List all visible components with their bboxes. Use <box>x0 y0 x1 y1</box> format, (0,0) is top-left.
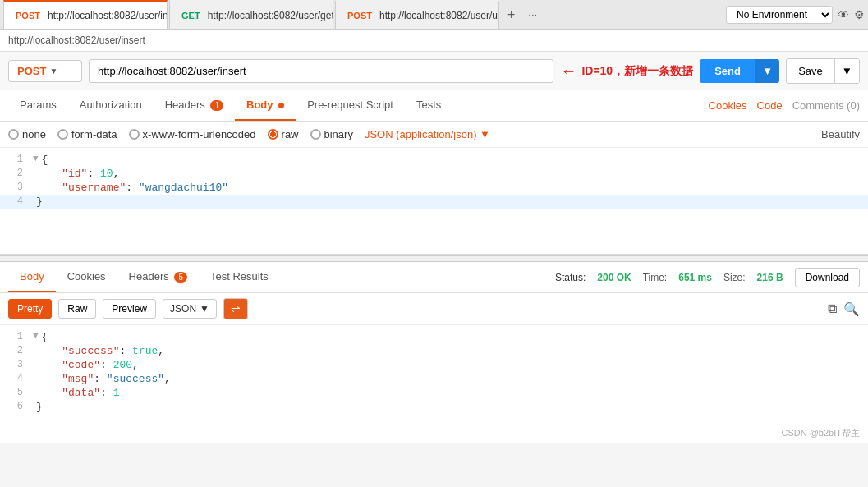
req-content-3: "username": "wangdachui10" <box>36 181 228 194</box>
resp-line-3: 3 "code": 200, <box>0 358 868 372</box>
resp-line-6: 6 } <box>0 400 868 414</box>
json-type-select[interactable]: JSON (application/json) ▼ <box>365 128 490 140</box>
tab-headers[interactable]: Headers 1 <box>154 90 235 121</box>
option-none[interactable]: none <box>8 128 46 140</box>
pretty-button[interactable]: Pretty <box>8 299 52 319</box>
resp-tab-testresults[interactable]: Test Results <box>199 262 280 292</box>
url-input[interactable] <box>89 59 553 83</box>
method-label: POST <box>17 65 46 77</box>
req-linenum-4: 4 <box>0 195 33 207</box>
method-select[interactable]: POST ▼ <box>8 60 82 82</box>
response-toolbar: Pretty Raw Preview JSON ▼ ⇌ ⧉ 🔍 <box>0 293 868 325</box>
option-binary[interactable]: binary <box>310 128 353 140</box>
cookies-link[interactable]: Cookies <box>709 99 747 112</box>
resp-content-6: } <box>36 401 43 413</box>
annotation: ← ID=10，新增一条数据 <box>560 62 693 80</box>
tab-method-post1: POST <box>12 10 44 21</box>
tab-body[interactable]: Body <box>235 90 296 121</box>
radio-raw <box>268 129 278 140</box>
req-content-2: "id": 10, <box>36 168 119 180</box>
send-button[interactable]: Send <box>700 59 755 83</box>
resp-tab-body[interactable]: Body <box>8 262 56 292</box>
resp-content-2: "success": true, <box>36 345 164 357</box>
tab-post-insert[interactable]: POST http://localhost:8082/user/inse × <box>3 0 168 29</box>
environment-select[interactable]: No Environment <box>726 6 833 24</box>
tab-tests[interactable]: Tests <box>405 90 452 121</box>
more-tabs-button[interactable]: ··· <box>521 8 544 21</box>
resp-line-5: 5 "data": 1 <box>0 386 868 400</box>
option-urlencoded[interactable]: x-www-form-urlencoded <box>129 128 256 140</box>
new-tab-button[interactable]: + <box>501 7 521 22</box>
body-options: none form-data x-www-form-urlencoded raw… <box>0 122 868 148</box>
resp-linenum-2: 2 <box>0 345 33 356</box>
save-button[interactable]: Save <box>787 59 834 83</box>
req-linenum-1: 1 <box>0 154 33 165</box>
req-linenum-3: 3 <box>0 181 33 193</box>
code-link[interactable]: Code <box>757 99 783 112</box>
req-content-4: } <box>36 195 43 208</box>
send-dropdown-button[interactable]: ▼ <box>755 59 779 83</box>
resp-expand-1[interactable]: ▼ <box>33 331 39 341</box>
size-label: Size: <box>723 272 746 283</box>
req-line-3: 3 "username": "wangdachui10" <box>0 181 868 195</box>
eye-icon[interactable]: 👁 <box>838 8 849 21</box>
resp-linenum-1: 1 <box>0 331 33 342</box>
req-content-1: { <box>42 154 48 166</box>
search-icon[interactable]: 🔍 <box>843 301 860 317</box>
tab-url-3: http://localhost:8082/user/upd: <box>379 10 499 21</box>
tab-url-1: http://localhost:8082/user/inse <box>48 10 168 21</box>
nav-right: Cookies Code Comments (0) <box>709 99 860 112</box>
tab-get[interactable]: GET http://localhost:8082/user/get/1( × <box>169 0 333 29</box>
time-value: 651 ms <box>678 272 712 283</box>
resp-linenum-5: 5 <box>0 387 33 398</box>
tab-params[interactable]: Params <box>8 90 68 121</box>
radio-none <box>8 129 19 140</box>
option-raw[interactable]: raw <box>268 128 299 140</box>
resp-headers-badge: 5 <box>174 272 187 283</box>
format-select[interactable]: JSON ▼ <box>163 299 217 319</box>
resp-content-3: "code": 200, <box>36 359 139 371</box>
body-dot <box>278 103 284 108</box>
comments-link[interactable]: Comments (0) <box>792 99 860 112</box>
response-header: Body Cookies Headers 5 Test Results Stat… <box>0 262 868 293</box>
resp-content-5: "data": 1 <box>36 387 119 399</box>
resp-tab-cookies[interactable]: Cookies <box>56 262 117 292</box>
save-dropdown-button[interactable]: ▼ <box>834 59 859 83</box>
resp-content-4: "msg": "success", <box>36 373 171 385</box>
headers-badge: 1 <box>210 100 223 111</box>
tab-post-update[interactable]: POST http://localhost:8082/user/upd: × <box>335 0 499 29</box>
address-bar: http://localhost:8082/user/insert <box>0 30 868 52</box>
response-tabs: Body Cookies Headers 5 Test Results <box>8 262 280 292</box>
req-expand-1[interactable]: ▼ <box>33 154 39 163</box>
request-body-editor[interactable]: 1 ▼ { 2 "id": 10, 3 "username": "wangdac… <box>0 148 868 255</box>
size-value: 216 B <box>757 272 783 283</box>
tab-url-2: http://localhost:8082/user/get/1( <box>208 10 333 21</box>
download-button[interactable]: Download <box>795 268 860 287</box>
environment-section: No Environment 👁 ⚙ <box>726 6 865 24</box>
tab-authorization[interactable]: Authorization <box>68 90 154 121</box>
resp-tab-headers[interactable]: Headers 5 <box>117 262 199 292</box>
beautify-button[interactable]: Beautify <box>821 128 860 140</box>
resp-content-1: { <box>42 331 48 343</box>
preview-button[interactable]: Preview <box>103 299 156 319</box>
copy-icon[interactable]: ⧉ <box>828 301 837 316</box>
option-formdata[interactable]: form-data <box>57 128 117 140</box>
resp-line-1: 1 ▼ { <box>0 330 868 344</box>
resp-linenum-3: 3 <box>0 359 33 370</box>
raw-button[interactable]: Raw <box>58 299 96 319</box>
resp-line-4: 4 "msg": "success", <box>0 372 868 386</box>
tab-prerequest[interactable]: Pre-request Script <box>296 90 405 121</box>
radio-formdata <box>57 129 68 140</box>
radio-binary <box>310 129 321 140</box>
status-value: 200 OK <box>597 272 631 283</box>
send-button-group: Send ▼ <box>700 59 779 83</box>
gear-icon[interactable]: ⚙ <box>854 8 865 21</box>
watermark: CSDN @b2bIT帮主 <box>0 424 868 443</box>
section-divider <box>0 255 868 262</box>
resp-linenum-4: 4 <box>0 373 33 384</box>
req-line-2: 2 "id": 10, <box>0 167 868 181</box>
status-label: Status: <box>555 272 586 283</box>
url-row: POST ▼ ← ID=10，新增一条数据 Send ▼ Save ▼ <box>0 52 868 90</box>
wrap-icon[interactable]: ⇌ <box>223 298 248 319</box>
time-label: Time: <box>643 272 668 283</box>
